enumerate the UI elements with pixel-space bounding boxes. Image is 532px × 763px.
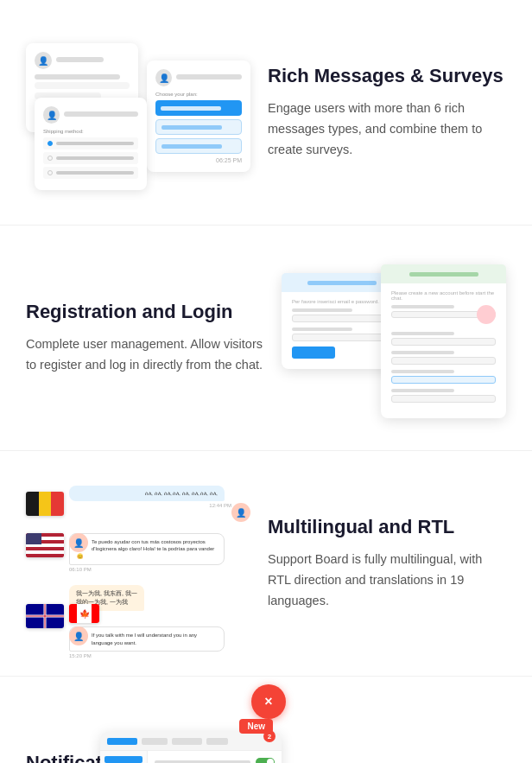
radio-3 [48, 170, 53, 175]
ts-1: 12:44 PM [69, 503, 250, 508]
canada-section: 🍁 👤 If you talk with me I will understan… [69, 604, 250, 658]
arabic-text: ሰሊ ሰሊ ሰሊ ሰሊ ሰሊ ሰሊ ሰሊ ሰሊ [69, 486, 225, 501]
radio-1 [48, 141, 53, 146]
ship-3 [43, 167, 138, 179]
card-label [56, 57, 104, 62]
desc-line [35, 74, 120, 79]
new-badge: New [239, 719, 273, 734]
profile-label [391, 305, 454, 308]
english-text: If you talk with me I will understand yo… [69, 626, 225, 652]
notif-content [148, 751, 282, 763]
us-canton [26, 533, 41, 544]
signin-hint: Per favore inserisci email e password. [292, 299, 392, 304]
flag-usa [26, 533, 64, 557]
rich-messages-title: Rich Messages & Surveys [268, 64, 506, 89]
flag-row-1: ሰሊ ሰሊ ሰሊ ሰሊ ሰሊ ሰሊ ሰሊ ሰሊ 👤 12:44 PM [26, 486, 250, 522]
email-input2 [391, 376, 496, 384]
avatar3: 👤 [43, 106, 60, 124]
create-hint: Please create a new account before start… [391, 290, 496, 301]
spanish-bubble: 👤 Te puedo ayudar con tus más costosos p… [69, 533, 250, 572]
notif-body [100, 751, 282, 763]
flag-row-2: 👤 Te puedo ayudar con tus más costosos p… [26, 533, 250, 572]
toggle-1 [256, 758, 275, 763]
notif-top-bar [100, 732, 282, 751]
avatar-arabic: 👤 [231, 503, 250, 522]
rich-messages-section: 👤 Submit 👤 Choose your plan: [0, 0, 532, 225]
rich-messages-image: 👤 Submit 👤 Choose your plan: [26, 35, 250, 190]
plan-title: Choose your plan: [155, 92, 242, 97]
first-input [391, 338, 496, 346]
first-label [391, 332, 454, 335]
registration-section: Per favore inserisci email e password. P… [0, 225, 532, 450]
last-input [391, 357, 496, 365]
plan-label-2 [162, 125, 222, 130]
create-header [381, 264, 506, 283]
multilingual-title: Multilingual and RTL [268, 515, 506, 540]
tab-4 [206, 738, 228, 745]
ship-label-3 [56, 171, 134, 175]
input-field [35, 82, 130, 89]
notif-sidebar [100, 751, 148, 763]
signin-btn [292, 347, 335, 359]
ship-1 [43, 137, 138, 149]
avatar: 👤 [35, 52, 52, 69]
flag-belgium [26, 492, 64, 516]
rich-messages-text: Rich Messages & Surveys Engage users wit… [268, 64, 506, 161]
profile-img [477, 305, 496, 324]
arabic-bubble: ሰሊ ሰሊ ሰሊ ሰሊ ሰሊ ሰሊ ሰሊ ሰሊ 👤 12:44 PM [69, 486, 250, 522]
close-icon: × [264, 694, 272, 709]
avatar2: 👤 [155, 69, 172, 86]
rich-messages-desc: Engage users with more than 6 rich messa… [268, 99, 506, 161]
plan-basic [155, 100, 242, 116]
plan-label-line [176, 74, 242, 79]
registration-desc: Complete user management. Allow visitors… [26, 334, 264, 376]
sidebar-item-1 [104, 756, 142, 763]
ship-title: Shipping method: [43, 129, 138, 134]
plan-label-3 [162, 144, 222, 149]
create-header-text [409, 272, 478, 277]
notifications-section: New [0, 676, 532, 763]
plan-label-1 [161, 106, 221, 111]
create-card: Please create a new account before start… [381, 264, 506, 418]
pass-input2 [391, 395, 496, 403]
tab-3 [172, 738, 202, 745]
flag-australia [26, 604, 64, 628]
ship-label-2 [56, 156, 134, 160]
flag-row-4: 🍁 👤 If you talk with me I will understan… [26, 604, 250, 658]
notif-card [100, 732, 282, 763]
pass-label [292, 327, 352, 331]
timestamp2: 06:25 PM [155, 157, 242, 163]
multilingual-text: Multilingual and RTL Support Board is fu… [268, 515, 506, 612]
spanish-text: Te puedo ayudar con tus más costosos pro… [69, 533, 225, 565]
multilingual-desc: Support Board is fully multilingual, wit… [268, 550, 506, 612]
tab-2 [142, 738, 168, 745]
notifications-image: New [282, 711, 506, 763]
notif-row-1 [155, 758, 275, 763]
radio-2 [48, 156, 53, 161]
ship-2 [43, 152, 138, 164]
ts-2: 06:10 PM [69, 567, 250, 572]
shipping-card: 👤 Shipping method: [35, 98, 147, 190]
email-input [292, 315, 392, 322]
close-button[interactable]: × [251, 684, 286, 719]
registration-title: Registration and Login [26, 300, 264, 325]
plan-premium [155, 119, 242, 135]
flag-canada: 🍁 [69, 604, 99, 623]
multilingual-section: ሰሊ ሰሊ ሰሊ ሰሊ ሰሊ ሰሊ ሰሊ ሰሊ 👤 12:44 PM [0, 450, 532, 676]
pass-input [292, 334, 392, 341]
email-label2 [391, 370, 454, 373]
signin-header-text [307, 281, 377, 285]
au-cross-v2 [45, 604, 46, 628]
ship-label-1 [56, 142, 134, 145]
ts-4: 15:20 PM [69, 653, 250, 658]
email-label [292, 308, 352, 312]
avatar-spanish: 👤 [69, 533, 88, 552]
multilingual-image: ሰሊ ሰሊ ሰሊ ሰሊ ሰሊ ሰሊ ሰሊ ሰሊ 👤 12:44 PM [26, 486, 250, 641]
tab-1 [107, 738, 137, 745]
registration-text: Registration and Login Complete user man… [26, 300, 264, 376]
ship-label-line [64, 111, 138, 117]
last-label [391, 351, 454, 354]
plan-card: 👤 Choose your plan: 06:25 PM [147, 60, 250, 172]
plan-platinum [155, 138, 242, 154]
registration-image: Per favore inserisci email e password. P… [282, 260, 506, 416]
